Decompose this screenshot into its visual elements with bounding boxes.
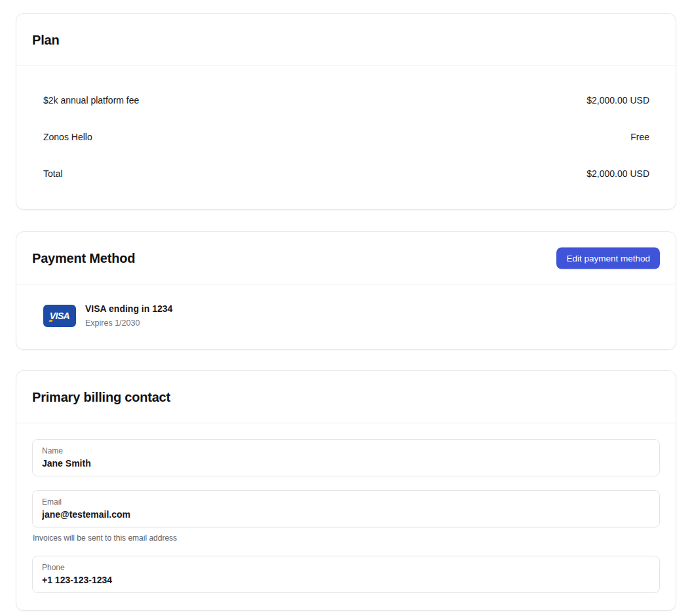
payment-card-info: VISA ending in 1234 Expires 1/2030: [85, 302, 172, 329]
payment-method-header: Payment Method Edit payment method: [16, 232, 676, 284]
card-expiry-label: Expires 1/2030: [85, 317, 172, 329]
phone-field-container[interactable]: Phone: [32, 556, 660, 593]
plan-row-value: $2,000.00 USD: [586, 95, 649, 106]
payment-method-card: Payment Method Edit payment method VISA …: [16, 231, 676, 350]
billing-contact-title: Primary billing contact: [32, 388, 660, 406]
plan-row-label: Total: [43, 168, 63, 179]
plan-row-value: Free: [630, 132, 649, 142]
visa-logo-text: VISA: [50, 311, 69, 321]
plan-row-total: Total $2,000.00 USD: [43, 155, 649, 192]
payment-method-details: VISA VISA ending in 1234 Expires 1/2030: [16, 284, 676, 349]
email-field-label: Email: [42, 497, 650, 507]
plan-row-label: $2k annual platform fee: [43, 95, 139, 106]
email-field-container[interactable]: Email: [32, 490, 660, 528]
plan-card-header: Plan: [16, 14, 676, 66]
edit-payment-method-button[interactable]: Edit payment method: [556, 247, 660, 269]
billing-settings-page: Plan $2k annual platform fee $2,000.00 U…: [0, 0, 692, 611]
plan-row-platform-fee: $2k annual platform fee $2,000.00 USD: [43, 82, 649, 119]
email-helper-text: Invoices will be sent to this email addr…: [33, 533, 660, 543]
primary-billing-contact-card: Primary billing contact Name Email Invoi…: [16, 370, 676, 611]
name-field-container[interactable]: Name: [32, 439, 660, 476]
plan-row-zonos-hello: Zonos Hello Free: [43, 119, 649, 155]
name-input[interactable]: [42, 457, 650, 470]
phone-field-label: Phone: [42, 562, 650, 573]
card-ending-label: VISA ending in 1234: [85, 302, 172, 315]
plan-row-label: Zonos Hello: [43, 132, 92, 142]
billing-contact-header: Primary billing contact: [16, 371, 676, 423]
name-field-label: Name: [42, 446, 650, 456]
plan-card-title: Plan: [32, 31, 660, 49]
phone-input[interactable]: [42, 574, 650, 587]
plan-card: Plan $2k annual platform fee $2,000.00 U…: [16, 13, 676, 210]
plan-line-items: $2k annual platform fee $2,000.00 USD Zo…: [16, 66, 676, 209]
billing-contact-form: Name Email Invoices will be sent to this…: [16, 423, 676, 610]
email-input[interactable]: [42, 509, 650, 521]
visa-card-icon: VISA: [43, 305, 76, 327]
plan-row-value: $2,000.00 USD: [586, 168, 649, 179]
